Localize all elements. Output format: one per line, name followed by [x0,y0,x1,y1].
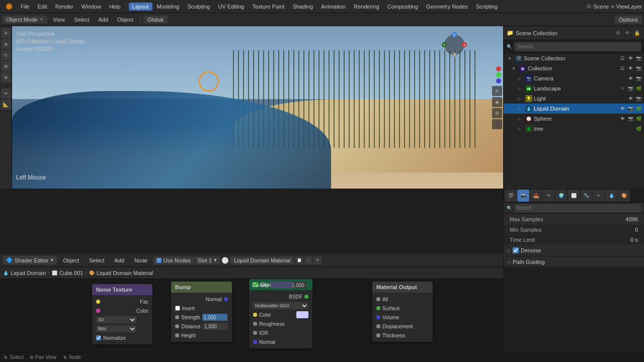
object-menu[interactable]: Object [114,16,137,24]
node-add-tab[interactable]: Add [111,256,129,264]
viewport-tool-4[interactable]: 🎥 [492,119,502,129]
bsdf-socket-out[interactable] [304,295,308,299]
gizmo-right[interactable]: X [462,42,467,47]
mat-all-socket[interactable] [376,297,380,301]
mat-thickness-socket[interactable] [376,333,380,337]
mat-volume-socket[interactable] [376,315,380,319]
tab-compositing[interactable]: Compositing [384,3,422,11]
outliner-item-tree[interactable]: ▷ 🌲 tree 🌿 [504,124,644,134]
expand-liquid-domain[interactable]: ▷ [518,107,524,111]
use-nodes-btn[interactable]: ✓ Use Nodes [153,256,193,264]
outliner-item-liquid-domain[interactable]: ▷ 💧 Liquid Domain 👁 📷 🌿 [504,104,644,114]
mat-copy-btn[interactable]: 📋 [295,256,303,264]
menu-window[interactable]: Window [78,3,105,11]
props-tab-world[interactable]: 🌍 [555,190,567,202]
vis-render-liquid[interactable]: 📷 [627,105,634,112]
vis-render-landscape[interactable]: 📷 [627,85,634,92]
vis-restrict-1[interactable]: ☑ [619,55,626,62]
tab-modeling[interactable]: Modeling [153,3,183,11]
bsdf-distribution-select[interactable]: Multiscatter GGX GGX Beckmann [253,302,308,309]
menu-render[interactable]: Render [52,3,77,11]
fac-socket-out[interactable] [96,300,100,304]
props-tab-modifier[interactable]: 🔧 [580,190,592,202]
tab-animation[interactable]: Animation [317,3,349,11]
tab-uv-editing[interactable]: UV Editing [214,3,248,11]
node-canvas[interactable]: Noise Texture Fac Color 3D 2D 4D [0,279,503,352]
vis-eye-2[interactable]: 👁 [627,65,634,72]
mat-delete-btn[interactable]: ✕ [313,256,321,264]
outliner-item-sphere[interactable]: ▷ ⚪ Sphere 👁 📷 🌿 [504,114,644,124]
vis-extra-landscape[interactable]: 🌿 [635,85,642,92]
select-menu-viewport[interactable]: Select [70,16,93,24]
strength-socket[interactable] [175,315,179,319]
outliner-item-light[interactable]: ▷ 💡 Light 👁 📷 [504,94,644,104]
vis-render-2[interactable]: 📷 [635,65,642,72]
outliner-item-collection[interactable]: ▼ ▣ Collection ☑ 👁 📷 [504,63,644,73]
vis-eye-landscape[interactable]: 👁 [619,85,626,92]
props-tab-render[interactable]: 📷 [517,190,529,202]
tab-sculpting[interactable]: Sculpting [184,3,213,11]
outliner-search-input[interactable] [514,42,641,51]
props-tab-particles[interactable]: ✦ [593,190,605,202]
outliner-item-landscape[interactable]: ▷ 🏔 Landscape 👁 📷 🌿 [504,83,644,94]
status-select[interactable]: 🖱 Select [3,354,24,360]
node-node-tab[interactable]: Node [130,256,151,264]
vis-eye-camera[interactable]: 👁 [627,75,634,82]
mat-displacement-socket[interactable] [376,324,380,328]
tool-measure[interactable]: 📐 [1,100,11,110]
use-nodes-checkbox[interactable]: ✓ [156,258,162,263]
tab-scripting[interactable]: Scripting [472,3,501,11]
node-select-tab[interactable]: Select [85,256,109,264]
status-pan-view[interactable]: ⊕ Pan View [30,354,56,360]
viewport-tool-1[interactable]: ⊕ [492,86,502,96]
expand-light[interactable]: ▷ [518,97,524,101]
material-output-node[interactable]: Material Output All Surface Volume Disp [372,282,433,342]
props-tab-physics[interactable]: 💧 [605,190,617,202]
status-node[interactable]: 🖱 Node [62,354,81,360]
slot-dropdown[interactable]: Slot 1 ▼ [195,256,220,264]
tab-rendering[interactable]: Rendering [350,3,383,11]
noise-type-select[interactable]: fBM Multifractal [96,325,136,332]
add-menu[interactable]: Add [95,16,112,24]
props-tab-view-layer[interactable]: 👁 [542,190,554,202]
filter-icon-btn[interactable]: ⚙ [614,29,622,37]
normal-socket-out[interactable] [224,297,228,301]
nav-gizmo[interactable]: Z X -Z Y [441,31,468,58]
denoise-header[interactable]: ▷ Denoise [504,245,644,256]
node-view-tab[interactable]: Object [59,256,83,264]
props-tab-object[interactable]: ⬜ [568,190,580,202]
props-search-input[interactable] [514,204,641,212]
tool-rotate[interactable]: ↻ [1,50,11,60]
view-menu[interactable]: View [49,16,68,24]
expand-landscape[interactable]: ▷ [518,86,524,91]
tool-transform[interactable]: ⊗ [1,72,11,82]
menu-edit[interactable]: Edit [34,3,51,11]
vis-render-camera[interactable]: 📷 [635,75,642,82]
tab-layout[interactable]: Layout [129,3,152,11]
tool-scale[interactable]: ⊞ [1,61,11,71]
vis-eye-light[interactable]: 👁 [627,95,634,102]
menu-blender[interactable] [2,2,16,11]
gizmo-top[interactable]: Z [452,32,457,37]
color-socket-in[interactable] [253,313,257,317]
props-tab-scene[interactable]: 🎬 [505,190,517,202]
options-button[interactable]: Options [615,16,642,24]
noise-dimension-select[interactable]: 3D 2D 4D [96,316,136,323]
distance-input[interactable] [203,323,228,330]
vis-eye-liquid[interactable]: 👁 [619,105,626,112]
lock-icon-btn[interactable]: 🔒 [633,29,641,37]
vis-render-sphere[interactable]: 📷 [627,115,634,122]
vis-extra-tree[interactable]: 🌿 [635,125,642,132]
density-bar[interactable]: 1.000 [271,282,306,289]
outliner-item-scene-collection[interactable]: ▼ 🎬 Scene Collection ☑ 👁 📷 [504,53,644,63]
strength-input[interactable] [202,314,227,321]
color-socket-out[interactable] [96,309,100,313]
transform-dropdown[interactable]: Global [143,16,168,24]
tool-move[interactable]: ⊕ [1,39,11,49]
tab-texture-paint[interactable]: Texture Paint [249,3,288,11]
expand-tree[interactable]: ▷ [518,127,524,131]
viewport-tool-2[interactable]: ◉ [492,97,502,107]
gizmo-front[interactable]: -Z [452,52,457,57]
vis-extra-liquid[interactable]: 🌿 [635,105,642,112]
tool-cursor[interactable]: ✛ [1,28,11,38]
